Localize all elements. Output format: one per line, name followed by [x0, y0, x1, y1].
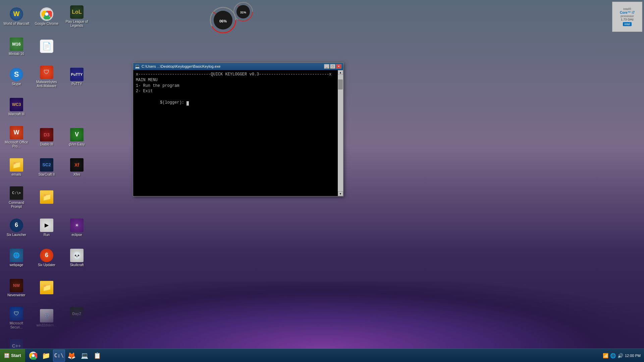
scrollbar-thumb[interactable] [338, 79, 343, 89]
icon-wow[interactable]: W World of Warcraft [2, 2, 31, 31]
icon-chrome-label: Google Chrome [35, 22, 59, 26]
icon-minitab[interactable]: M16 Minitab 16 [2, 32, 31, 61]
cmd-maximize-button[interactable]: □ [330, 64, 335, 69]
taskbar-cmd-icon[interactable]: C:\ [53, 350, 65, 362]
icon-wow-label: World of Warcraft [3, 22, 29, 26]
icon-minitab-label: Minitab 16 [9, 52, 24, 56]
icon-mssecurity-label: Microsoft Securi... [3, 321, 30, 329]
icon-sixlauncher-label: Six Launcher [7, 233, 26, 237]
icon-wc3[interactable]: WC3 Warcraft III [2, 92, 31, 122]
icon-malware-label: Malwarebytes Anti-Malware [34, 80, 60, 88]
icon-folder2[interactable]: 📁 [32, 183, 61, 212]
icon-emails[interactable]: 📁 emails [2, 153, 31, 182]
sys-monitor-widget[interactable]: 06% 31% [205, 2, 258, 39]
icon-msoffice[interactable]: W Microsoft Office Pro... [2, 122, 31, 152]
icon-neverwinter[interactable]: NW Neverwinter [2, 273, 31, 303]
taskbar-right-area: 📶 🌐 🔊 12:00 PM [599, 349, 644, 362]
icon-xfire-label: Xfire [73, 173, 80, 177]
taskbar-time: 12:00 PM [625, 354, 641, 358]
icon-lol-label: Play League of Legends [64, 20, 90, 28]
cpu-gauge-svg: 06% 31% [205, 2, 258, 35]
svg-point-17 [32, 354, 35, 357]
start-label: Start [11, 353, 21, 358]
icon-sixupdater-label: Six Updater [38, 263, 55, 267]
cmd-scrollbar[interactable]: ▲ ▼ [338, 70, 343, 196]
icon-sixupdater[interactable]: 6 Six Updater [32, 243, 61, 273]
cmd-controls: _ □ ✕ [324, 64, 341, 69]
intel-line3: processor [621, 14, 634, 18]
icon-wc3-label: Warcraft III [8, 112, 25, 116]
intel-line1: Intel® [623, 7, 631, 11]
cmd-cursor [186, 101, 189, 106]
intel-line2: Core™ i7 [620, 11, 635, 14]
icon-dayz[interactable]: DayZ DayZ Commander [62, 303, 92, 333]
icon-eclipse[interactable]: ☀ eclipse [62, 213, 92, 242]
svg-point-2 [45, 12, 48, 16]
svg-text:06%: 06% [219, 19, 227, 23]
cmd-option1: 1- Run the program [136, 83, 335, 89]
icon-webpage[interactable]: 🌐 webpage [2, 243, 31, 273]
cmd-option2: 2- Exit [136, 88, 335, 94]
cmd-window: 💻 C:\Users ...\Desktop\Keylogger\BasicKe… [133, 62, 343, 196]
intel-widget[interactable]: Intel® Core™ i7 processor 1.73 GHz intel [612, 2, 642, 32]
icon-chrome[interactable]: Google Chrome [32, 2, 61, 31]
intel-badge: intel [623, 22, 632, 26]
icon-dayz-label: DayZ Commander [64, 321, 90, 329]
icon-skullcraft[interactable]: 💀 Skullcraft [62, 243, 92, 273]
icon-sc2[interactable]: SC2 StarCraft II [32, 153, 61, 182]
icon-putty-label: PuTTY [71, 82, 82, 86]
icon-skullcraft-label: Skullcraft [70, 263, 84, 267]
icon-sixlauncher[interactable]: 6 Six Launcher [2, 213, 31, 242]
icon-win32disk[interactable]: 💿 win32diskm... [32, 303, 61, 333]
icon-gvim[interactable]: V gVim Easy [62, 122, 92, 152]
icon-putty[interactable]: PuTTY PuTTY [62, 62, 92, 92]
icon-eclipse-label: eclipse [71, 233, 82, 237]
icon-mssecurity[interactable]: 🛡 Microsoft Securi... [2, 303, 31, 333]
tray-speaker-icon: 🔊 [618, 353, 623, 358]
desktop-icon-area: W World of Warcraft Google Chrome LoL Pl… [0, 0, 97, 349]
icon-malware[interactable]: 🛡 Malwarebytes Anti-Malware [32, 62, 61, 92]
icon-cmd-label: Command Prompt [3, 201, 30, 209]
tray-signal-icon: 📶 [603, 353, 608, 358]
scrollbar-down-arrow[interactable]: ▼ [338, 191, 343, 196]
icon-cmd[interactable]: C:\> Command Prompt [2, 183, 31, 212]
icon-sc2-label: StarCraft II [39, 173, 55, 177]
cmd-prompt-line: $(logger): [136, 94, 335, 111]
icon-lol[interactable]: LoL Play League of Legends [62, 2, 92, 31]
taskbar-explorer-icon[interactable]: 📁 [40, 350, 52, 362]
icon-emails-label: emails [12, 173, 21, 177]
icon-skype[interactable]: S Skype [2, 62, 31, 92]
cmd-title-text: C:\Users ...\Desktop\Keylogger\BasicKeyl… [142, 64, 322, 68]
icon-run-label: Run [44, 233, 50, 237]
icon-file1[interactable]: 📄 [32, 32, 61, 61]
taskbar-chrome-icon[interactable] [27, 349, 40, 362]
intel-line4: 1.73 GHz [621, 18, 634, 21]
start-icon: 🪟 [4, 353, 9, 358]
icon-diablo[interactable]: D3 Diablo III [32, 122, 61, 152]
cmd-body: x------------------------------QUICK KEY… [133, 70, 343, 196]
icon-xfire[interactable]: Xf Xfire [62, 153, 92, 182]
icon-diablo-label: Diablo III [40, 142, 53, 146]
icon-run[interactable]: ▶ Run [32, 213, 61, 242]
tray-network-icon: 🌐 [610, 353, 616, 358]
desktop: W World of Warcraft Google Chrome LoL Pl… [0, 0, 644, 362]
scrollbar-up-arrow[interactable]: ▲ [338, 70, 343, 75]
cmd-content[interactable]: x------------------------------QUICK KEY… [133, 70, 338, 196]
cmd-titlebar[interactable]: 💻 C:\Users ...\Desktop\Keylogger\BasicKe… [133, 63, 343, 70]
cmd-menu-title: MAIN MENU [136, 77, 335, 83]
icon-msoffice-label: Microsoft Office Pro... [3, 140, 30, 148]
taskbar-tasks-icon[interactable]: 📋 [91, 350, 103, 362]
icon-neverwinter-label: Neverwinter [7, 293, 25, 297]
taskbar: 🪟 Start 📁 C:\ [0, 349, 644, 362]
start-button[interactable]: 🪟 Start [0, 349, 25, 362]
svg-text:31%: 31% [240, 11, 246, 14]
taskbar-running-apps: 📁 C:\ 🦊 💻 📋 [25, 349, 599, 362]
taskbar-sysmon-icon[interactable]: 💻 [78, 350, 91, 362]
cmd-close-button[interactable]: ✕ [336, 64, 341, 69]
icon-webpage-label: webpage [10, 263, 23, 267]
cmd-header-line: x------------------------------QUICK KEY… [136, 72, 335, 77]
cmd-minimize-button[interactable]: _ [324, 64, 329, 69]
taskbar-firefox-icon[interactable]: 🦊 [66, 350, 78, 362]
icon-folder3[interactable]: 📁 [32, 273, 61, 303]
icon-skype-label: Skype [12, 82, 21, 86]
